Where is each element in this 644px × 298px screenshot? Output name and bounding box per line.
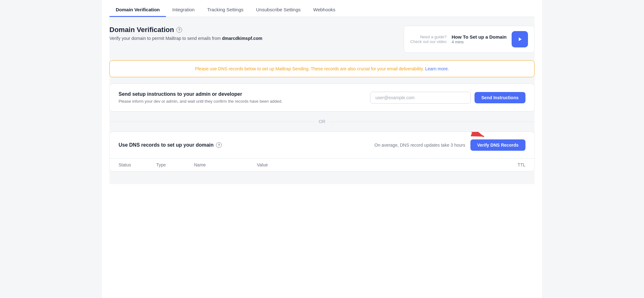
or-divider: OR bbox=[109, 119, 535, 124]
main-content: Domain Verification ? Verify your domain… bbox=[109, 17, 535, 184]
send-instructions-right: Send Instructions bbox=[370, 92, 525, 104]
dns-records-header-right: On average, DNS record updates take 3 ho… bbox=[375, 139, 525, 151]
video-guide-info: How To Set up a Domain 4 mins bbox=[452, 34, 507, 44]
dns-records-title: Use DNS records to set up your domain ? bbox=[119, 142, 222, 148]
col-type: Type bbox=[156, 162, 194, 167]
send-instructions-description: Please inform your dev or admin, and wai… bbox=[119, 99, 282, 104]
video-guide-text: Need a guide? Check out our video bbox=[410, 35, 447, 44]
col-status: Status bbox=[119, 162, 156, 167]
col-ttl: TTL bbox=[488, 162, 525, 167]
col-value: Value bbox=[257, 162, 488, 167]
tab-webhooks[interactable]: Webhooks bbox=[307, 3, 342, 17]
alert-banner: Please use DNS records below to set up M… bbox=[109, 60, 535, 77]
email-input[interactable] bbox=[370, 92, 471, 104]
send-instructions-button[interactable]: Send Instructions bbox=[475, 92, 525, 103]
send-instructions-left: Send setup instructions to your admin or… bbox=[119, 91, 282, 104]
dns-help-icon[interactable]: ? bbox=[216, 142, 222, 148]
dns-records-header: Use DNS records to set up your domain ? … bbox=[110, 132, 534, 158]
col-name: Name bbox=[194, 162, 257, 167]
tab-integration[interactable]: Integration bbox=[166, 3, 201, 17]
send-instructions-card: Send setup instructions to your admin or… bbox=[109, 84, 535, 111]
tab-tracking-settings[interactable]: Tracking Settings bbox=[201, 3, 250, 17]
dns-update-text: On average, DNS record updates take 3 ho… bbox=[375, 143, 465, 148]
send-instructions-title: Send setup instructions to your admin or… bbox=[119, 91, 282, 97]
play-button[interactable] bbox=[512, 31, 528, 47]
page-title: Domain Verification ? bbox=[109, 26, 262, 34]
play-icon bbox=[517, 36, 523, 42]
page-header-left: Domain Verification ? Verify your domain… bbox=[109, 26, 262, 41]
tab-domain-verification[interactable]: Domain Verification bbox=[109, 3, 166, 17]
page-description: Verify your domain to permit Mailtrap to… bbox=[109, 36, 262, 41]
page-header: Domain Verification ? Verify your domain… bbox=[109, 26, 535, 53]
dns-table-header: Status Type Name Value TTL bbox=[110, 158, 534, 171]
help-icon[interactable]: ? bbox=[176, 27, 182, 33]
tab-unsubscribe-settings[interactable]: Unsubscribe Settings bbox=[250, 3, 307, 17]
verify-dns-button[interactable]: Verify DNS Records bbox=[470, 139, 526, 151]
learn-more-link[interactable]: Learn more. bbox=[425, 66, 449, 71]
tab-navigation: Domain Verification Integration Tracking… bbox=[109, 0, 535, 17]
video-guide-card: Need a guide? Check out our video How To… bbox=[404, 26, 535, 53]
dns-records-card: Use DNS records to set up your domain ? … bbox=[109, 132, 535, 171]
